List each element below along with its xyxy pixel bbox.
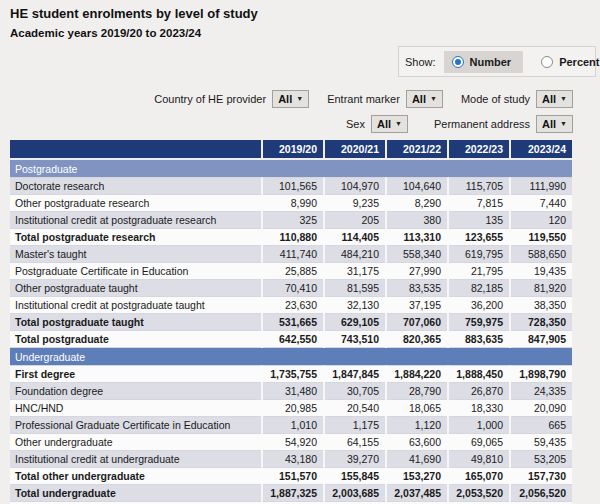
dropdown-value: All [542, 93, 556, 105]
filter-entrant-marker: Entrant marker All ▼ [327, 90, 443, 108]
show-option-percent[interactable]: Percent [533, 51, 600, 73]
value-cell: 114,405 [324, 229, 386, 246]
table-row: Total other undergraduate151,570155,8451… [10, 468, 572, 485]
show-option-number[interactable]: Number [444, 51, 524, 73]
row-label: Postgraduate Certificate in Education [10, 263, 262, 280]
value-cell: 8,990 [262, 195, 324, 212]
row-label: Professional Graduate Certificate in Edu… [10, 417, 262, 434]
filter-label: Mode of study [461, 93, 530, 105]
show-option-label: Percent [559, 56, 599, 68]
row-label: Total postgraduate [10, 331, 262, 348]
value-cell: 19,435 [510, 263, 572, 280]
table-row: Foundation degree31,48030,70528,79026,87… [10, 383, 572, 400]
chevron-down-icon: ▼ [560, 119, 567, 129]
value-cell: 759,975 [448, 314, 510, 331]
table-row: Other postgraduate research8,9909,2358,2… [10, 195, 572, 212]
value-cell: 69,065 [448, 434, 510, 451]
permanent-address-dropdown[interactable]: All ▼ [536, 115, 573, 133]
dropdown-value: All [542, 118, 556, 130]
section-label: Postgraduate [10, 159, 572, 178]
row-label: Other postgraduate taught [10, 280, 262, 297]
value-cell: 1,000 [448, 417, 510, 434]
table-row: Postgraduate Certificate in Education25,… [10, 263, 572, 280]
value-cell: 707,060 [386, 314, 448, 331]
row-label: Institutional credit at undergraduate [10, 451, 262, 468]
filter-country-of-he-provider: Country of HE provider All ▼ [154, 90, 309, 108]
table-row: Institutional credit at undergraduate43,… [10, 451, 572, 468]
table-header-row: 2019/202020/212021/222022/232023/24 [10, 140, 572, 159]
value-cell: 7,440 [510, 195, 572, 212]
value-cell: 18,330 [448, 400, 510, 417]
value-cell: 111,990 [510, 178, 572, 195]
chevron-down-icon: ▼ [560, 94, 567, 104]
value-cell: 1,120 [386, 417, 448, 434]
value-cell: 1,884,220 [386, 366, 448, 383]
table-row: Total postgraduate taught531,665629,1057… [10, 314, 572, 331]
radio-icon [541, 56, 553, 68]
chevron-down-icon: ▼ [296, 94, 303, 104]
value-cell: 135 [448, 212, 510, 229]
table-row: HNC/HND20,98520,54018,06518,33020,090 [10, 400, 572, 417]
value-cell: 49,810 [448, 451, 510, 468]
value-cell: 1,735,755 [262, 366, 324, 383]
row-label: HNC/HND [10, 400, 262, 417]
value-cell: 20,985 [262, 400, 324, 417]
value-cell: 2,003,685 [324, 485, 386, 502]
year-column-header: 2019/20 [262, 140, 324, 159]
value-cell: 1,847,845 [324, 366, 386, 383]
value-cell: 115,705 [448, 178, 510, 195]
row-label-column-header [10, 140, 262, 159]
value-cell: 2,053,520 [448, 485, 510, 502]
page-subtitle: Academic years 2019/20 to 2023/24 [10, 27, 201, 39]
value-cell: 59,435 [510, 434, 572, 451]
filter-sex: Sex All ▼ [346, 115, 408, 133]
value-cell: 629,105 [324, 314, 386, 331]
table-row: Other undergraduate54,92064,15563,60069,… [10, 434, 572, 451]
value-cell: 18,065 [386, 400, 448, 417]
table-row: First degree1,735,7551,847,8451,884,2201… [10, 366, 572, 383]
row-label: Master's taught [10, 246, 262, 263]
entrant-marker-dropdown[interactable]: All ▼ [406, 90, 443, 108]
enrolment-table: 2019/202020/212021/222022/232023/24 Post… [10, 140, 572, 504]
show-option-label: Number [470, 56, 512, 68]
section-row: Postgraduate [10, 159, 572, 178]
table-row: Doctorate research101,565104,970104,6401… [10, 178, 572, 195]
filter-row-1: Country of HE provider All ▼ Entrant mar… [154, 90, 573, 108]
value-cell: 8,290 [386, 195, 448, 212]
row-label: Foundation degree [10, 383, 262, 400]
country-of-he-provider-dropdown[interactable]: All ▼ [272, 90, 309, 108]
enrolment-table-body: PostgraduateDoctorate research101,565104… [10, 159, 572, 504]
table-row: Institutional credit at postgraduate tau… [10, 297, 572, 314]
sex-dropdown[interactable]: All ▼ [371, 115, 408, 133]
year-column-header: 2023/24 [510, 140, 572, 159]
value-cell: 820,365 [386, 331, 448, 348]
mode-of-study-dropdown[interactable]: All ▼ [536, 90, 573, 108]
value-cell: 1,175 [324, 417, 386, 434]
row-label: Total postgraduate research [10, 229, 262, 246]
value-cell: 120 [510, 212, 572, 229]
filter-label: Country of HE provider [154, 93, 266, 105]
filter-label: Sex [346, 118, 365, 130]
table-row: Institutional credit at postgraduate res… [10, 212, 572, 229]
value-cell: 104,640 [386, 178, 448, 195]
value-cell: 36,200 [448, 297, 510, 314]
value-cell: 37,195 [386, 297, 448, 314]
value-cell: 1,887,325 [262, 485, 324, 502]
year-column-header: 2022/23 [448, 140, 510, 159]
value-cell: 743,510 [324, 331, 386, 348]
value-cell: 26,870 [448, 383, 510, 400]
table-row: Other postgraduate taught70,41081,59583,… [10, 280, 572, 297]
value-cell: 38,350 [510, 297, 572, 314]
value-cell: 847,905 [510, 331, 572, 348]
year-column-header: 2020/21 [324, 140, 386, 159]
row-label: First degree [10, 366, 262, 383]
table-row: Total postgraduate642,550743,510820,3658… [10, 331, 572, 348]
value-cell: 28,790 [386, 383, 448, 400]
value-cell: 104,970 [324, 178, 386, 195]
value-cell: 25,885 [262, 263, 324, 280]
value-cell: 123,655 [448, 229, 510, 246]
value-cell: 113,310 [386, 229, 448, 246]
filter-row-2: Sex All ▼ Permanent address All ▼ [346, 115, 573, 133]
value-cell: 2,037,485 [386, 485, 448, 502]
value-cell: 83,535 [386, 280, 448, 297]
